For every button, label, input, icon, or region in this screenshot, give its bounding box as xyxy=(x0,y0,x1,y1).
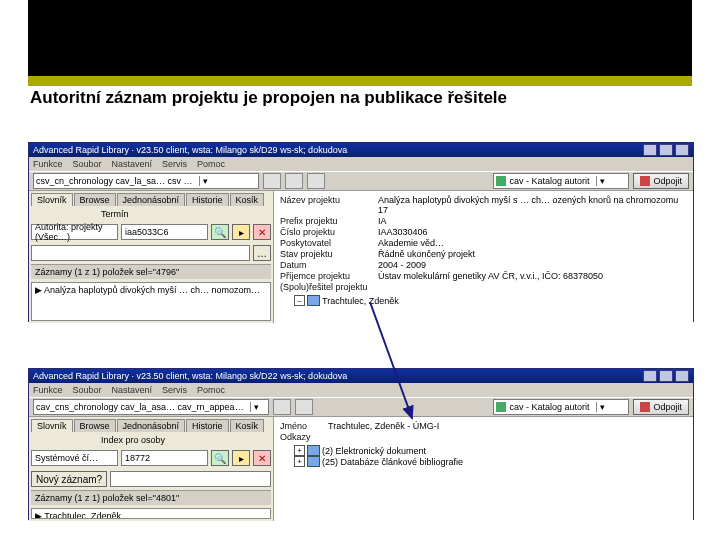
tab-kosik[interactable]: Kosík xyxy=(230,419,265,432)
book-icon xyxy=(307,456,320,467)
menu-item[interactable]: Soubor xyxy=(73,385,102,395)
chevron-down-icon: ▾ xyxy=(596,176,605,186)
expand-icon[interactable]: + xyxy=(294,456,305,467)
search-button[interactable]: 🔍 xyxy=(211,450,229,466)
menu-item[interactable]: Pomoc xyxy=(197,385,225,395)
field-label: Stav projektu xyxy=(280,249,378,259)
chevron-down-icon: ▾ xyxy=(596,402,605,412)
slide-top-black xyxy=(28,0,692,76)
expand-icon[interactable]: – xyxy=(294,295,305,306)
menu-item[interactable]: Nastavení xyxy=(112,159,153,169)
toolbar-icon[interactable] xyxy=(295,399,313,415)
plug-icon xyxy=(640,176,650,186)
toolbar-icon[interactable] xyxy=(273,399,291,415)
disconnect-button[interactable]: Odpojit xyxy=(633,173,689,189)
field-value: Trachtulec, Zdeněk - ÚMG-I xyxy=(328,421,687,431)
result-list-2[interactable]: ▶ Trachtulec, Zdeněk xyxy=(31,508,271,519)
tab-kosik[interactable]: Kosík xyxy=(230,193,265,206)
titlebar-2[interactable]: Advanced Rapid Library · v23.50 client, … xyxy=(29,369,693,383)
menubar-2[interactable]: Funkce Soubor Nastavení Servis Pomoc xyxy=(29,383,693,397)
menu-item[interactable]: Nastavení xyxy=(112,385,153,395)
window-title-2: Advanced Rapid Library · v23.50 client, … xyxy=(33,371,347,381)
tab-slovnik[interactable]: Slovník xyxy=(31,193,73,206)
book-icon xyxy=(496,402,506,412)
list-item[interactable]: ▶ Analýza haplotypů divokých myší … ch… … xyxy=(35,285,267,295)
tab-jednonasob[interactable]: Jednonásobní xyxy=(117,193,186,206)
disconnect-button[interactable]: Odpojit xyxy=(633,399,689,415)
plug-icon xyxy=(640,402,650,412)
tab-historie[interactable]: Historie xyxy=(186,419,229,432)
secondary-field[interactable] xyxy=(110,471,271,487)
index-combo[interactable]: Systémové čí… xyxy=(31,450,118,466)
window-title-1: Advanced Rapid Library · v23.50 client, … xyxy=(33,145,347,155)
researcher-tree: –Trachtulec, Zdeněk xyxy=(280,295,687,306)
secondary-field[interactable] xyxy=(31,245,250,261)
tree-node-ref[interactable]: +(2) Elektronický dokument xyxy=(294,445,687,456)
field-value: IAA3030406 xyxy=(378,227,687,237)
options-button[interactable]: ▸ xyxy=(232,224,250,240)
tabstrip-1: Slovník Browse Jednonásobní Historie Kos… xyxy=(31,193,271,206)
slide-heading: Autoritní záznam projektu je propojen na… xyxy=(30,88,507,108)
close-button[interactable] xyxy=(675,144,689,156)
app-window-1: Advanced Rapid Library · v23.50 client, … xyxy=(28,142,694,322)
menubar-1[interactable]: Funkce Soubor Nastavení Servis Pomoc xyxy=(29,157,693,171)
field-label: Poskytovatel xyxy=(280,238,378,248)
result-list-1[interactable]: ▶ Analýza haplotypů divokých myší … ch… … xyxy=(31,282,271,321)
menu-item[interactable]: Funkce xyxy=(33,159,63,169)
menu-item[interactable]: Servis xyxy=(162,385,187,395)
left-status-1: Záznamy (1 z 1) položek sel="4796" xyxy=(31,264,271,279)
db-combo[interactable]: cav_cns_chronology cav_la_asa… cav_rn_ap… xyxy=(33,399,269,415)
left-panel-2: Slovník Browse Jednonásobní Historie Kos… xyxy=(29,417,274,521)
titlebar-1[interactable]: Advanced Rapid Library · v23.50 client, … xyxy=(29,143,693,157)
clear-button[interactable]: ✕ xyxy=(253,224,271,240)
search-button[interactable]: 🔍 xyxy=(211,224,229,240)
close-button[interactable] xyxy=(675,370,689,382)
menu-item[interactable]: Pomoc xyxy=(197,159,225,169)
slide-accent-bar xyxy=(28,76,692,86)
chevron-down-icon: ▾ xyxy=(250,402,259,412)
tree-node-researcher[interactable]: –Trachtulec, Zdeněk xyxy=(294,295,687,306)
db-combo[interactable]: csv_cn_chronology cav_la_sa… csv …▾ xyxy=(33,173,259,189)
aux-button[interactable]: … xyxy=(253,245,271,261)
catalog-combo[interactable]: cav - Katalog autorit▾ xyxy=(493,399,629,415)
menu-item[interactable]: Funkce xyxy=(33,385,63,395)
list-item[interactable]: ▶ Trachtulec, Zdeněk xyxy=(35,511,267,519)
field-value: Akademie věd… xyxy=(378,238,687,248)
refs-tree: +(2) Elektronický dokument +(25) Databáz… xyxy=(280,445,687,467)
detail-panel-2: JménoTrachtulec, Zdeněk - ÚMG-I Odkazy +… xyxy=(274,417,693,521)
index-combo[interactable]: Autorita: projekty (Všec…) xyxy=(31,224,118,240)
tab-slovnik[interactable]: Slovník xyxy=(31,419,73,432)
tab-jednonasob[interactable]: Jednonásobní xyxy=(117,419,186,432)
field-label: Číslo projektu xyxy=(280,227,378,237)
tabstrip-2: Slovník Browse Jednonásobní Historie Kos… xyxy=(31,419,271,432)
maximize-button[interactable] xyxy=(659,144,673,156)
toolbar-1: csv_cn_chronology cav_la_sa… csv …▾ cav … xyxy=(29,171,693,191)
menu-item[interactable]: Soubor xyxy=(73,159,102,169)
field-label: Jméno xyxy=(280,421,328,431)
expand-icon[interactable]: + xyxy=(294,445,305,456)
minimize-button[interactable] xyxy=(643,370,657,382)
clear-button[interactable]: ✕ xyxy=(253,450,271,466)
chevron-down-icon: ▾ xyxy=(199,176,208,186)
maximize-button[interactable] xyxy=(659,370,673,382)
field-value: Analýza haplotypů divokých myší s … ch… … xyxy=(378,195,687,215)
search-input[interactable]: 18772 xyxy=(121,450,208,466)
field-value xyxy=(378,282,687,292)
catalog-combo[interactable]: cav - Katalog autorit▾ xyxy=(493,173,629,189)
options-button[interactable]: ▸ xyxy=(232,450,250,466)
new-record-button[interactable]: Nový záznam? xyxy=(31,471,107,487)
tab-browse[interactable]: Browse xyxy=(74,419,116,432)
toolbar-icon[interactable] xyxy=(307,173,325,189)
app-window-2: Advanced Rapid Library · v23.50 client, … xyxy=(28,368,694,520)
field-label: (Spolu)řešitel projektu xyxy=(280,282,378,292)
minimize-button[interactable] xyxy=(643,144,657,156)
tab-historie[interactable]: Historie xyxy=(186,193,229,206)
menu-item[interactable]: Servis xyxy=(162,159,187,169)
tab-browse[interactable]: Browse xyxy=(74,193,116,206)
field-value: Řádně ukončený projekt xyxy=(378,249,687,259)
search-input[interactable]: iaa5033C6 xyxy=(121,224,208,240)
toolbar-icon[interactable] xyxy=(285,173,303,189)
toolbar-icon[interactable] xyxy=(263,173,281,189)
field-value: IA xyxy=(378,216,687,226)
tree-node-ref[interactable]: +(25) Databáze článkové bibliografie xyxy=(294,456,687,467)
